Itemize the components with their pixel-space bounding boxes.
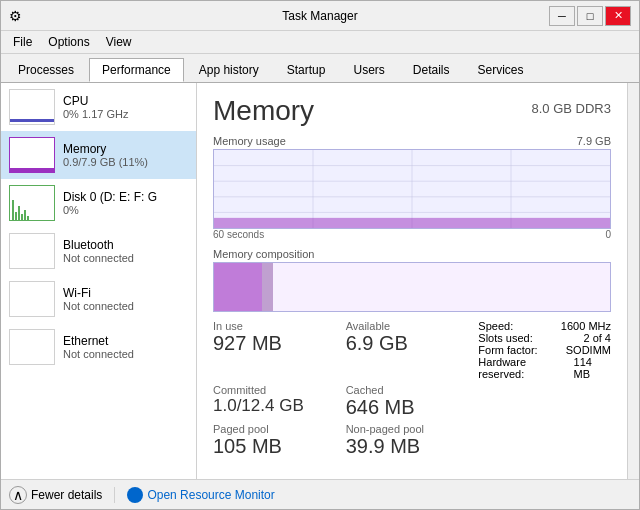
paged-label: Paged pool <box>213 423 346 435</box>
bluetooth-mini-graph <box>9 233 55 269</box>
form-label: Form factor: <box>478 344 537 356</box>
open-resource-monitor-button[interactable]: Open Resource Monitor <box>127 487 274 503</box>
bluetooth-value: Not connected <box>63 252 188 264</box>
resource-monitor-icon <box>127 487 143 503</box>
committed-label: Committed <box>213 384 346 396</box>
sidebar-item-ethernet[interactable]: Ethernet Not connected <box>1 323 196 371</box>
chart-time-left: 60 seconds <box>213 229 264 240</box>
menu-options[interactable]: Options <box>40 33 97 51</box>
main-subtitle: 8.0 GB DDR3 <box>532 101 611 116</box>
title-bar-left: ⚙ <box>9 8 22 24</box>
maximize-button[interactable]: □ <box>577 6 603 26</box>
memory-total: 8.0 GB DDR3 <box>532 101 611 116</box>
fewer-details-label: Fewer details <box>31 488 102 502</box>
speed-label: Speed: <box>478 320 513 332</box>
title-bar: ⚙ Task Manager ─ □ ✕ <box>1 1 639 31</box>
stat-speed-block: Speed: 1600 MHz Slots used: 2 of 4 Form … <box>478 320 611 380</box>
ethernet-value: Not connected <box>63 348 188 360</box>
ethernet-mini-graph <box>9 329 55 365</box>
menu-view[interactable]: View <box>98 33 140 51</box>
slots-label: Slots used: <box>478 332 532 344</box>
sidebar-item-cpu[interactable]: CPU 0% 1.17 GHz <box>1 83 196 131</box>
bluetooth-label: Bluetooth <box>63 238 188 252</box>
tab-app-history[interactable]: App history <box>186 58 272 82</box>
stat-in-use: In use 927 MB <box>213 320 346 380</box>
tab-services[interactable]: Services <box>465 58 537 82</box>
cpu-label: CPU <box>63 94 188 108</box>
chart-time-right: 0 <box>605 229 611 240</box>
available-label: Available <box>346 320 479 332</box>
committed-value: 1.0/12.4 GB <box>213 396 346 416</box>
menu-file[interactable]: File <box>5 33 40 51</box>
chart-label: Memory usage 7.9 GB <box>213 135 611 147</box>
nonpaged-value: 39.9 MB <box>346 435 479 458</box>
cached-label: Cached <box>346 384 479 396</box>
task-manager-window: ⚙ Task Manager ─ □ ✕ File Options View P… <box>0 0 640 510</box>
available-value: 6.9 GB <box>346 332 479 355</box>
close-button[interactable]: ✕ <box>605 6 631 26</box>
tabs-bar: Processes Performance App history Startu… <box>1 54 639 83</box>
title-bar-controls: ─ □ ✕ <box>549 6 631 26</box>
memory-label: Memory <box>63 142 188 156</box>
sidebar: CPU 0% 1.17 GHz Memory 0.9/7.9 GB (11%) <box>1 83 197 479</box>
form-value: SODIMM <box>566 344 611 356</box>
sidebar-item-bluetooth[interactable]: Bluetooth Not connected <box>1 227 196 275</box>
composition-section: Memory composition <box>213 248 611 312</box>
tab-performance[interactable]: Performance <box>89 58 184 82</box>
memory-usage-section: Memory usage 7.9 GB <box>213 135 611 240</box>
disk-mini-graph <box>9 185 55 221</box>
stat-cached: Cached 646 MB <box>346 384 479 419</box>
nonpaged-label: Non-paged pool <box>346 423 479 435</box>
in-use-label: In use <box>213 320 346 332</box>
disk-value: 0% <box>63 204 188 216</box>
stat-nonpaged: Non-paged pool 39.9 MB <box>346 423 479 458</box>
open-resource-label: Open Resource Monitor <box>147 488 274 502</box>
hardware-value: 114 MB <box>574 356 611 380</box>
memory-usage-chart <box>213 149 611 229</box>
chart-max-value: 7.9 GB <box>577 135 611 147</box>
speed-value: 1600 MHz <box>561 320 611 332</box>
bottom-bar: ∧ Fewer details Open Resource Monitor <box>1 479 639 509</box>
tab-details[interactable]: Details <box>400 58 463 82</box>
tab-startup[interactable]: Startup <box>274 58 339 82</box>
chart-svg <box>214 150 610 228</box>
svg-rect-7 <box>214 218 610 228</box>
minimize-button[interactable]: ─ <box>549 6 575 26</box>
sidebar-item-wifi[interactable]: Wi-Fi Not connected <box>1 275 196 323</box>
memory-value: 0.9/7.9 GB (11%) <box>63 156 188 168</box>
chart-usage-label: Memory usage <box>213 135 286 147</box>
composition-label: Memory composition <box>213 248 611 260</box>
menu-bar: File Options View <box>1 31 639 54</box>
content-area: CPU 0% 1.17 GHz Memory 0.9/7.9 GB (11%) <box>1 83 639 479</box>
stat-available: Available 6.9 GB <box>346 320 479 380</box>
main-title: Memory <box>213 95 314 127</box>
separator <box>114 487 115 503</box>
cpu-mini-graph <box>9 89 55 125</box>
fewer-details-button[interactable]: ∧ Fewer details <box>9 486 102 504</box>
sidebar-item-memory[interactable]: Memory 0.9/7.9 GB (11%) <box>1 131 196 179</box>
slots-value: 2 of 4 <box>583 332 611 344</box>
app-icon: ⚙ <box>9 8 22 24</box>
window-title: Task Manager <box>282 9 357 23</box>
composition-in-use <box>214 263 262 311</box>
scroll-bar[interactable] <box>627 83 639 479</box>
in-use-value: 927 MB <box>213 332 346 355</box>
cpu-value: 0% 1.17 GHz <box>63 108 188 120</box>
stats-grid: In use 927 MB Available 6.9 GB Speed: 16… <box>213 320 611 458</box>
wifi-label: Wi-Fi <box>63 286 188 300</box>
ethernet-label: Ethernet <box>63 334 188 348</box>
paged-value: 105 MB <box>213 435 346 458</box>
wifi-mini-graph <box>9 281 55 317</box>
tab-users[interactable]: Users <box>340 58 397 82</box>
composition-chart <box>213 262 611 312</box>
hardware-label: Hardware reserved: <box>478 356 573 380</box>
disk-label: Disk 0 (D: E: F: G <box>63 190 188 204</box>
chart-time-label: 60 seconds 0 <box>213 229 611 240</box>
tab-processes[interactable]: Processes <box>5 58 87 82</box>
cached-value: 646 MB <box>346 396 479 419</box>
sidebar-item-disk[interactable]: Disk 0 (D: E: F: G 0% <box>1 179 196 227</box>
composition-modified <box>262 263 274 311</box>
wifi-value: Not connected <box>63 300 188 312</box>
chevron-up-icon: ∧ <box>9 486 27 504</box>
memory-mini-graph <box>9 137 55 173</box>
